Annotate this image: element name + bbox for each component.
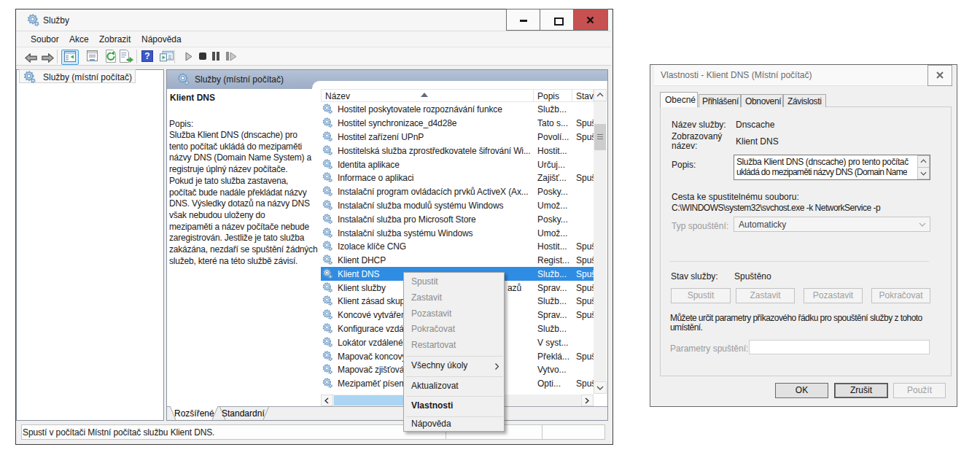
svg-text:Rozšířené: Rozšířené [174,408,214,419]
svg-text:Standardní: Standardní [222,408,265,419]
